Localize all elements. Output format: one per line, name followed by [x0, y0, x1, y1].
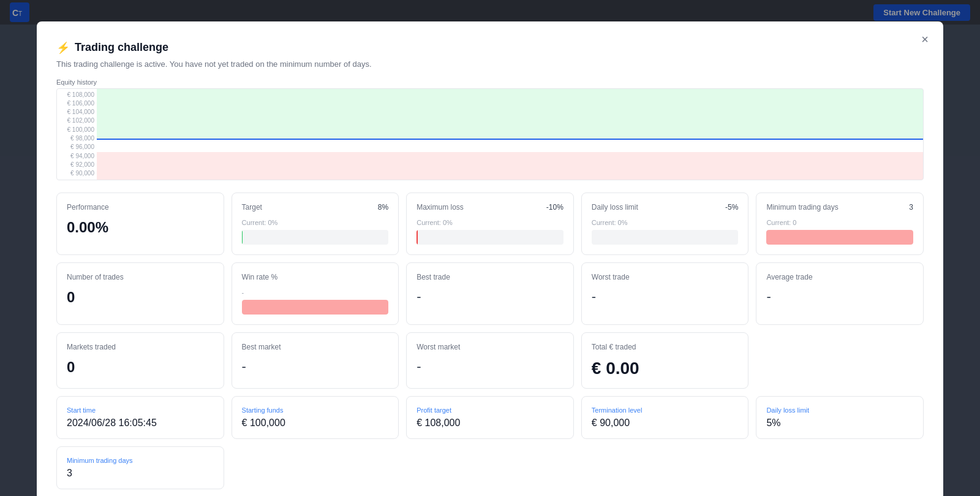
profit-target-label: Profit target — [417, 406, 564, 414]
target-progress-fill — [242, 230, 243, 245]
termination-level-label: Termination level — [592, 406, 739, 414]
metrics-row-2: Number of trades 0 Win rate % - Best tra… — [56, 262, 924, 325]
starting-funds-label: Starting funds — [242, 406, 389, 414]
waveform-icon: ⚡ — [56, 41, 70, 55]
performance-label: Performance — [67, 203, 214, 212]
best-trade-card: Best trade - — [406, 262, 574, 325]
daily-loss-limit-info-label: Daily loss limit — [766, 406, 913, 414]
worst-market-label: Worst market — [417, 343, 564, 351]
max-loss-card: Maximum loss -10% Current: 0% — [406, 193, 574, 255]
y-label-92000: € 92,000 — [59, 161, 94, 168]
termination-level-value: € 90,000 — [592, 418, 739, 429]
worst-trade-card: Worst trade - — [581, 262, 749, 325]
best-trade-value: - — [417, 289, 564, 305]
chart-label: Equity history — [56, 78, 924, 86]
start-time-card: Start time 2024/06/28 16:05:45 — [56, 396, 224, 439]
last-row: Minimum trading days 3 — [56, 446, 924, 489]
start-time-label: Start time — [67, 406, 214, 414]
y-label-102000: € 102,000 — [59, 117, 94, 124]
win-rate-bar — [242, 300, 389, 315]
performance-card: Performance 0.00% — [56, 193, 224, 255]
start-time-value: 2024/06/28 16:05:45 — [67, 418, 214, 429]
daily-loss-limit-info-value: 5% — [766, 418, 913, 429]
target-sub: Current: 0% — [242, 219, 389, 226]
total-eur-traded-card: Total € traded € 0.00 — [581, 332, 749, 389]
y-label-90000: € 90,000 — [59, 170, 94, 177]
max-loss-pct: -10% — [546, 203, 564, 212]
best-market-card: Best market - — [232, 332, 399, 389]
best-trade-label: Best trade — [417, 273, 564, 281]
termination-level-card: Termination level € 90,000 — [581, 396, 749, 439]
min-trading-days-progress-bar — [766, 230, 913, 245]
number-of-trades-value: 0 — [67, 289, 214, 306]
y-label-100000: € 100,000 — [59, 126, 94, 133]
win-rate-label: Win rate % — [242, 273, 389, 281]
average-trade-label: Average trade — [766, 273, 913, 281]
max-loss-progress-bar — [417, 230, 564, 245]
y-label-108000: € 108,000 — [59, 91, 94, 98]
starting-funds-card: Starting funds € 100,000 — [232, 396, 399, 439]
y-label-106000: € 106,000 — [59, 100, 94, 107]
worst-trade-value: - — [592, 289, 739, 305]
chart-green-zone — [97, 89, 923, 139]
daily-loss-pct: -5% — [725, 203, 738, 212]
modal-overlay: × ⚡ Trading challenge This trading chall… — [0, 0, 980, 496]
worst-market-card: Worst market - — [406, 332, 574, 389]
chart-baseline — [97, 139, 923, 140]
min-trading-days-fill — [766, 230, 913, 245]
modal-close-button[interactable]: × — [916, 31, 933, 48]
best-market-label: Best market — [242, 343, 389, 351]
win-rate-fill — [242, 300, 389, 315]
target-progress-bar — [242, 230, 389, 245]
min-trading-days-info-card: Minimum trading days 3 — [56, 446, 224, 489]
profit-target-card: Profit target € 108,000 — [406, 396, 574, 439]
number-of-trades-card: Number of trades 0 — [56, 262, 224, 325]
daily-loss-card: Daily loss limit -5% Current: 0% — [581, 193, 749, 255]
chart-plot — [97, 89, 923, 180]
target-card: Target 8% Current: 0% — [232, 193, 399, 255]
average-trade-card: Average trade - — [756, 262, 924, 325]
worst-trade-label: Worst trade — [592, 273, 739, 281]
empty-card — [756, 332, 924, 389]
min-trading-days-sub: Current: 0 — [766, 219, 913, 226]
daily-loss-progress-bar — [592, 230, 739, 245]
equity-chart-container: Equity history € 108,000 € 106,000 € 104… — [56, 78, 924, 180]
total-eur-value: € 0.00 — [592, 359, 739, 378]
min-trading-days-count: 3 — [909, 203, 913, 212]
worst-market-value: - — [417, 359, 564, 375]
best-market-value: - — [242, 359, 389, 375]
modal-title-text: Trading challenge — [75, 41, 168, 54]
modal-title: ⚡ Trading challenge — [56, 41, 924, 55]
y-label-94000: € 94,000 — [59, 153, 94, 159]
min-trading-days-info-label: Minimum trading days — [67, 457, 214, 464]
max-loss-sub: Current: 0% — [417, 219, 564, 226]
max-loss-label: Maximum loss -10% — [417, 203, 564, 212]
daily-loss-sub: Current: 0% — [592, 219, 739, 226]
daily-loss-label: Daily loss limit -5% — [592, 203, 739, 212]
max-loss-marker — [417, 230, 418, 245]
min-trading-days-info-value: 3 — [67, 468, 214, 479]
min-trading-days-label: Minimum trading days 3 — [766, 203, 913, 212]
markets-traded-label: Markets traded — [67, 343, 214, 351]
modal-subtitle: This trading challenge is active. You ha… — [56, 59, 924, 69]
target-pct: 8% — [378, 203, 388, 212]
metrics-row-1: Performance 0.00% Target 8% Current: 0% … — [56, 193, 924, 255]
daily-loss-limit-info-card: Daily loss limit 5% — [756, 396, 924, 439]
y-label-104000: € 104,000 — [59, 109, 94, 115]
starting-funds-value: € 100,000 — [242, 418, 389, 429]
y-label-96000: € 96,000 — [59, 143, 94, 150]
performance-value: 0.00% — [67, 219, 214, 236]
markets-traded-card: Markets traded 0 — [56, 332, 224, 389]
profit-target-value: € 108,000 — [417, 418, 564, 429]
average-trade-value: - — [766, 289, 913, 305]
total-eur-label: Total € traded — [592, 343, 739, 351]
win-rate-sub: - — [242, 289, 389, 296]
target-label: Target 8% — [242, 203, 389, 212]
trading-challenge-modal: × ⚡ Trading challenge This trading chall… — [37, 21, 943, 497]
markets-traded-value: 0 — [67, 359, 214, 376]
win-rate-card: Win rate % - — [232, 262, 399, 325]
chart-y-labels: € 108,000 € 106,000 € 104,000 € 102,000 … — [57, 89, 97, 180]
y-label-98000: € 98,000 — [59, 135, 94, 142]
number-of-trades-label: Number of trades — [67, 273, 214, 281]
min-trading-days-card: Minimum trading days 3 Current: 0 — [756, 193, 924, 255]
